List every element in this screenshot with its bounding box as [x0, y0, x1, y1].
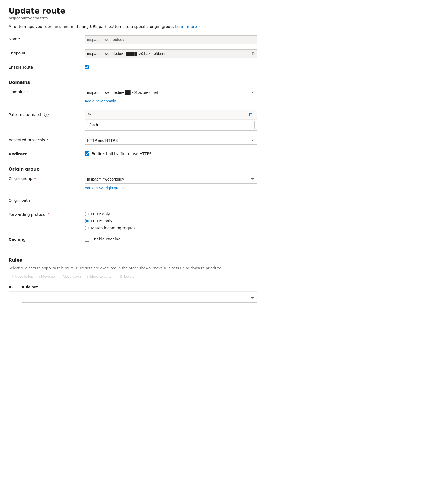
add-origin-group-link[interactable]: Add a new origin group: [85, 185, 124, 191]
caching-label: Caching: [9, 236, 85, 242]
col-ruleset-header: Rule set: [22, 285, 257, 289]
redirect-label: Redirect: [9, 150, 85, 156]
endpoint-label: Endpoint: [9, 49, 85, 55]
origin-group-required-star: *: [34, 176, 36, 181]
move-to-bottom-button[interactable]: ⇓ Move to bottom: [84, 273, 117, 280]
radio-match-incoming-input[interactable]: [85, 226, 89, 230]
origin-group-heading: Origin group: [9, 166, 257, 172]
table-row: [9, 293, 257, 304]
radio-http-only-label: HTTP only: [91, 212, 110, 216]
delete-rule-label: Delete: [124, 274, 135, 278]
forwarding-protocol-required-star: *: [48, 212, 50, 217]
redirect-text: Redirect all traffic to use HTTPS: [92, 152, 152, 156]
move-to-top-icon: ⇑: [11, 275, 14, 278]
redirect-checkbox[interactable]: [85, 151, 89, 156]
move-up-label: Move up: [41, 274, 55, 278]
delete-rule-icon: 🗑: [120, 275, 123, 278]
divider: [9, 251, 257, 251]
radio-https-only[interactable]: HTTPS only: [85, 219, 257, 223]
ellipsis-menu-button[interactable]: ...: [68, 8, 77, 14]
domains-required-star: *: [27, 90, 29, 94]
delete-rule-button[interactable]: 🗑 Delete: [118, 273, 137, 280]
delete-pattern-1-button[interactable]: 🗑: [248, 112, 254, 118]
add-domain-link[interactable]: Add a new domain: [85, 98, 116, 104]
origin-path-label: Origin path: [9, 197, 85, 203]
move-up-button[interactable]: ↑ Move up: [36, 273, 57, 280]
move-down-label: Move down: [63, 274, 81, 278]
radio-match-incoming[interactable]: Match incoming request: [85, 226, 257, 230]
origin-group-label: Origin group *: [9, 175, 85, 181]
accepted-protocols-required-star: *: [47, 138, 49, 142]
name-input: [85, 35, 257, 44]
page-title: Update route: [9, 7, 65, 15]
pattern-input-field[interactable]: [87, 121, 255, 129]
enable-route-checkbox[interactable]: [85, 65, 89, 69]
forwarding-protocol-group: HTTP only HTTPS only Match incoming requ…: [85, 211, 257, 230]
forwarding-protocol-label: Forwarding protocol *: [9, 211, 85, 217]
name-label: Name: [9, 35, 85, 41]
page-description: A route maps your domains and matching U…: [9, 24, 257, 29]
rules-toolbar: ⇑ Move to top ↑ Move up ↓ Move down ⇓ Mo…: [9, 273, 257, 280]
radio-http-only-input[interactable]: [85, 212, 89, 216]
rules-description: Select rule sets to apply to this route.…: [9, 266, 257, 270]
col-num-header: #.: [9, 285, 22, 289]
rules-heading: Rules: [9, 258, 257, 263]
patterns-label: Patterns to match i: [9, 110, 85, 117]
move-to-bottom-icon: ⇓: [86, 275, 89, 278]
pattern-input-row: [85, 120, 257, 130]
radio-https-only-label: HTTPS only: [91, 219, 113, 223]
domains-label: Domains *: [9, 88, 85, 94]
domains-select[interactable]: mspadminwebfdedev- ██ k01.azurefd.net: [85, 88, 257, 97]
radio-match-incoming-label: Match incoming request: [91, 226, 137, 230]
move-to-top-label: Move to top: [15, 274, 33, 278]
table-cell-ruleset[interactable]: [22, 294, 257, 303]
enable-route-label: Enable route: [9, 63, 85, 69]
pattern-item-1: /* 🗑: [85, 110, 257, 120]
accepted-protocols-select[interactable]: HTTP and HTTPS HTTP only HTTPS only: [85, 136, 257, 145]
move-to-bottom-label: Move to bottom: [90, 274, 114, 278]
caching-text: Enable caching: [92, 237, 121, 241]
radio-https-only-input[interactable]: [85, 219, 89, 223]
external-link-icon: ↗: [198, 25, 200, 29]
patterns-info-icon[interactable]: i: [44, 113, 49, 117]
endpoint-input: [85, 49, 257, 58]
move-down-button[interactable]: ↓ Move down: [58, 273, 83, 280]
page-subtitle: mspadminwebroutdev: [9, 16, 257, 20]
radio-http-only[interactable]: HTTP only: [85, 212, 257, 216]
move-to-top-button[interactable]: ⇑ Move to top: [9, 273, 35, 280]
origin-path-input[interactable]: [85, 197, 257, 205]
move-up-icon: ↑: [39, 275, 40, 278]
origin-group-select[interactable]: mspadminweborigdev: [85, 175, 257, 184]
learn-more-link[interactable]: Learn more ↗: [175, 24, 201, 29]
pattern-value-1: /*: [88, 113, 91, 117]
move-down-icon: ↓: [60, 275, 62, 278]
ruleset-select[interactable]: [22, 294, 257, 303]
rules-table-header: #. Rule set: [9, 283, 257, 292]
copy-icon: ⧉: [252, 51, 255, 56]
domains-heading: Domains: [9, 80, 257, 85]
caching-checkbox[interactable]: [85, 237, 89, 242]
accepted-protocols-label: Accepted protocols *: [9, 136, 85, 142]
copy-endpoint-button[interactable]: ⧉: [251, 51, 255, 57]
delete-pattern-icon-1: 🗑: [249, 112, 253, 117]
